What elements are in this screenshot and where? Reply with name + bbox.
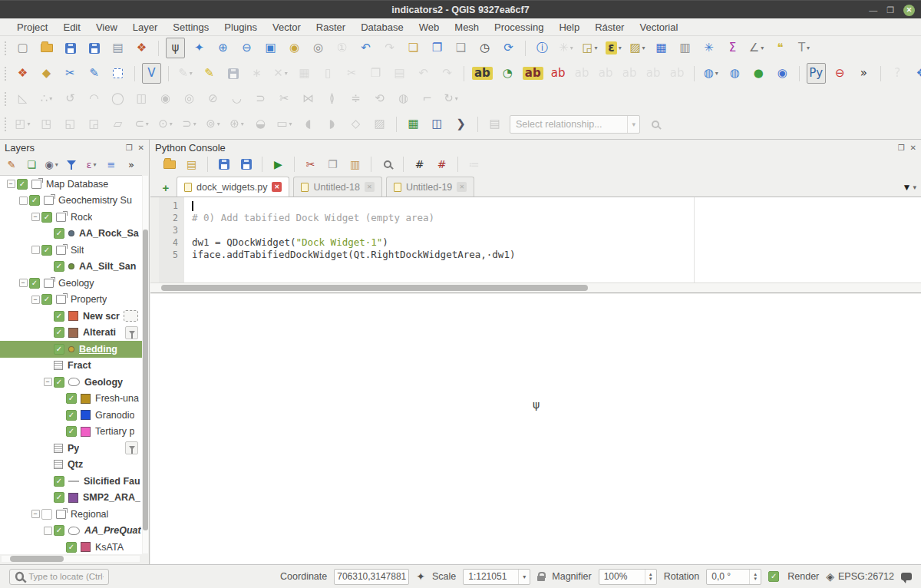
- arrow-down-icon[interactable]: ▼: [753, 577, 758, 581]
- expand-collapse-all-icon[interactable]: ≡: [103, 156, 120, 173]
- arrow-up-icon[interactable]: ▲: [649, 573, 653, 576]
- tab-untitled-19[interactable]: Untitled-19✕: [386, 177, 474, 197]
- layer-row-aa-rock-sa[interactable]: ✓AA_Rock_Sa: [0, 226, 142, 243]
- expander[interactable]: [41, 527, 54, 535]
- statistical-summary-icon[interactable]: ▥: [675, 38, 695, 58]
- find-text-icon[interactable]: [378, 156, 396, 173]
- uncomment-code-icon[interactable]: #: [433, 156, 451, 173]
- save-script-icon[interactable]: [215, 156, 233, 173]
- project-save-as-icon[interactable]: [84, 38, 104, 58]
- layer-row-bedding[interactable]: ✓Bedding: [0, 341, 142, 358]
- tab-dock-widgets-py[interactable]: dock_widgets.py✕: [177, 177, 289, 197]
- close-tab-icon[interactable]: ✕: [457, 182, 467, 192]
- rotation-spinbox[interactable]: 0,0 ° ▲▼: [706, 569, 761, 585]
- layer-row-aa-silt-san[interactable]: ✓AA_Silt_San: [0, 259, 142, 276]
- close-panel-icon[interactable]: ✕: [910, 144, 916, 152]
- project-open-icon[interactable]: [37, 38, 56, 58]
- db-manager-icon[interactable]: ◫: [427, 114, 447, 134]
- expander[interactable]: −: [5, 180, 17, 188]
- menu-help[interactable]: Help: [551, 20, 587, 35]
- zoom-out-icon[interactable]: ⊖: [237, 38, 256, 58]
- layer-row-granodio[interactable]: ✓Granodio: [0, 407, 142, 424]
- visibility-checkbox[interactable]: ✓: [54, 377, 64, 388]
- toolbar-overflow-icon[interactable]: »: [854, 63, 873, 84]
- cut-icon[interactable]: ✂: [302, 156, 319, 173]
- zoom-full-icon[interactable]: ▣: [261, 38, 280, 58]
- visibility-checkbox[interactable]: ✓: [66, 426, 77, 437]
- pan-map-icon[interactable]: ψ: [166, 38, 185, 58]
- menu-project[interactable]: Project: [9, 20, 55, 35]
- menu-view[interactable]: View: [88, 20, 125, 35]
- layer-row-regional[interactable]: −Regional: [0, 506, 142, 523]
- float-panel-icon[interactable]: ❐: [898, 144, 905, 152]
- layer-row-property[interactable]: −✓Property: [0, 292, 142, 309]
- layer-row-geochemistry-su[interactable]: ✓Geochemistry Su: [0, 193, 142, 210]
- visibility-checkbox[interactable]: ✓: [29, 278, 40, 289]
- add-group-icon[interactable]: ❏: [23, 156, 40, 173]
- layer-row-rock[interactable]: −✓Rock: [0, 209, 142, 226]
- layer-row-silcified-fau[interactable]: ✓Silcified Fau: [0, 473, 142, 490]
- zoom-to-layer-icon[interactable]: ◎: [309, 38, 328, 58]
- close-tab-icon[interactable]: ✕: [272, 182, 282, 192]
- scale-combobox[interactable]: 1:121051 ▾: [463, 569, 530, 585]
- restore-button[interactable]: ❐: [886, 6, 894, 15]
- pan-to-selection-icon[interactable]: ✦: [190, 38, 209, 58]
- layers-vertical-scrollbar[interactable]: [143, 176, 148, 553]
- expander[interactable]: −: [41, 378, 54, 386]
- layer-row-tertiary-p[interactable]: ✓Tertiary p: [0, 424, 142, 441]
- qgis-resources-icon[interactable]: ●: [749, 63, 768, 84]
- visibility-checkbox[interactable]: ✓: [41, 294, 52, 305]
- visibility-checkbox[interactable]: ✓: [66, 542, 77, 553]
- run-script-icon[interactable]: ▶: [269, 156, 287, 173]
- menu-mesh[interactable]: Mesh: [447, 20, 487, 35]
- paste-icon[interactable]: ▥: [346, 156, 364, 173]
- scrollbar-handle[interactable]: [161, 285, 588, 291]
- copy-icon[interactable]: ❐: [324, 156, 342, 173]
- float-panel-icon[interactable]: ❐: [126, 144, 133, 152]
- visibility-checkbox[interactable]: ✓: [54, 327, 64, 338]
- open-script-icon[interactable]: [160, 156, 178, 173]
- bookmark-manager-icon[interactable]: ❑: [451, 38, 470, 58]
- menu-r-ster[interactable]: Ráster: [587, 20, 632, 35]
- layer-row-fract[interactable]: Fract: [0, 358, 142, 375]
- processing-toolbox-icon[interactable]: ✳: [699, 38, 718, 58]
- layer-row-fresh-una[interactable]: ✓Fresh-una: [0, 391, 142, 408]
- arrow-down-icon[interactable]: ▼: [649, 577, 653, 581]
- layer-row-alterati[interactable]: ✓Alterati: [0, 325, 142, 342]
- layer-row-qtz[interactable]: Qtz: [0, 457, 142, 474]
- expander[interactable]: −: [29, 213, 41, 221]
- filter-indicator-icon[interactable]: [125, 326, 138, 339]
- metasearch-icon[interactable]: ◉: [773, 63, 792, 84]
- layer-row-silt[interactable]: ✓Silt: [0, 242, 142, 259]
- expander[interactable]: −: [29, 510, 41, 518]
- menu-plugins[interactable]: Plugins: [216, 20, 265, 35]
- zoom-last-icon[interactable]: ↶: [356, 38, 375, 58]
- filter-indicator-icon[interactable]: [125, 441, 138, 454]
- chevron-down-icon[interactable]: ▾: [518, 570, 530, 584]
- filter-by-expression-icon[interactable]: ε▾: [83, 156, 100, 173]
- lock-scale-icon[interactable]: [537, 576, 545, 581]
- layer-row-ksata[interactable]: ✓KsATA: [0, 539, 142, 554]
- magnifier-spinbox[interactable]: 100% ▲▼: [599, 569, 657, 585]
- export-to-server-icon[interactable]: ❯: [451, 114, 470, 134]
- text-annotation-icon[interactable]: T▾: [794, 38, 814, 58]
- visibility-checkbox[interactable]: ✓: [54, 311, 64, 322]
- code-area[interactable]: # 0) Add tabified Dock Widget (empty are…: [184, 197, 921, 282]
- visibility-checkbox[interactable]: ✓: [54, 261, 64, 272]
- layers-horizontal-scrollbar[interactable]: [2, 556, 140, 562]
- close-panel-icon[interactable]: ✕: [138, 144, 144, 152]
- network-analysis-icon[interactable]: ❖: [912, 63, 921, 84]
- new-temporary-scratch-layer-icon[interactable]: [108, 63, 127, 84]
- locator-search-input[interactable]: Type to locate (Ctrl+K): [9, 569, 109, 585]
- layer-row-geology[interactable]: −✓Geology: [0, 374, 142, 391]
- code-editor[interactable]: 12345 # 0) Add tabified Dock Widget (emp…: [150, 197, 921, 282]
- python-console-icon[interactable]: Py: [807, 63, 826, 84]
- visibility-checkbox[interactable]: [41, 509, 52, 520]
- toggle-editing-icon[interactable]: ✎: [200, 63, 219, 84]
- tab-list-dropdown[interactable]: ▼ ▾: [903, 182, 916, 193]
- spinner-arrows[interactable]: ▲▼: [645, 570, 656, 584]
- menu-web[interactable]: Web: [411, 20, 447, 35]
- menu-edit[interactable]: Edit: [55, 20, 87, 35]
- identify-features-icon[interactable]: ⓘ: [533, 38, 552, 58]
- refresh-map-icon[interactable]: ⟳: [499, 38, 518, 58]
